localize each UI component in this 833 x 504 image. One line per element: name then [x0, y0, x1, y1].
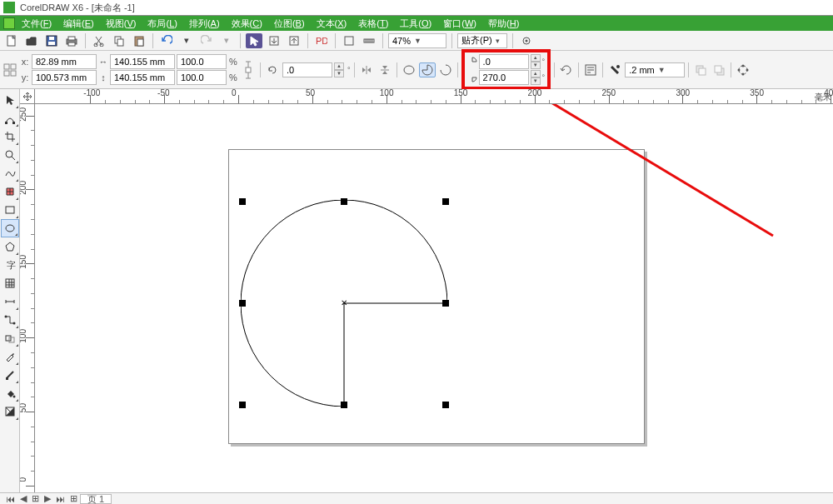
outline-pen-tool[interactable]	[1, 366, 19, 384]
menu-表格[interactable]: 表格(T)	[358, 18, 388, 28]
fill-tool[interactable]	[1, 384, 19, 402]
zoom-value: 47%	[392, 36, 411, 46]
save-icon[interactable]	[43, 33, 60, 48]
menu-效果[interactable]: 效果(C)	[232, 18, 262, 28]
ruler-origin-icon[interactable]	[20, 89, 35, 104]
scale-y-input[interactable]	[181, 72, 222, 82]
end-angle-input[interactable]	[483, 72, 525, 82]
redo-icon[interactable]	[198, 33, 215, 48]
convert-curves-icon[interactable]	[735, 62, 751, 77]
undo-dropdown-icon[interactable]: ▾	[178, 33, 195, 48]
selection-handle[interactable]	[239, 402, 246, 408]
crop-tool[interactable]	[1, 127, 19, 146]
cut-icon[interactable]	[91, 33, 107, 48]
degree-label: °	[542, 73, 546, 82]
eyedropper-tool[interactable]	[1, 347, 19, 366]
import-icon[interactable]	[266, 33, 282, 48]
publish-pdf-icon[interactable]: PDF	[313, 33, 330, 48]
rectangle-tool[interactable]	[1, 201, 19, 219]
undo-icon[interactable]	[158, 33, 175, 48]
freehand-tool[interactable]	[1, 164, 19, 182]
menu-文本[interactable]: 文本(X)	[317, 18, 347, 28]
new-icon[interactable]	[3, 33, 20, 48]
copy-icon[interactable]	[111, 33, 127, 48]
menu-排列[interactable]: 排列(A)	[189, 18, 220, 28]
text-tool[interactable]: 字	[1, 256, 19, 274]
outline-width-dropdown[interactable]: .2 mm▼	[625, 62, 685, 77]
interactive-fill-tool[interactable]	[1, 402, 19, 421]
selection-handle[interactable]	[442, 402, 449, 408]
ruler-vertical[interactable]: 250200150100500	[20, 104, 35, 492]
ellipse-tool[interactable]	[1, 219, 19, 237]
selection-handle[interactable]	[442, 300, 449, 307]
start-angle-spinner[interactable]: ▲▼	[531, 54, 541, 69]
menu-工具[interactable]: 工具(O)	[400, 18, 431, 28]
lock-ratio-icon[interactable]	[240, 62, 257, 77]
snap-dropdown[interactable]: 贴齐(P)▾	[457, 33, 507, 48]
print-icon[interactable]	[63, 33, 80, 48]
full-screen-icon[interactable]	[341, 33, 357, 48]
rotation-input[interactable]	[287, 65, 328, 75]
origin-grid-icon[interactable]	[2, 62, 18, 77]
svg-point-39	[6, 151, 12, 157]
selection-handle[interactable]	[341, 402, 347, 408]
position-fields: x: y:	[20, 54, 97, 85]
menu-编辑[interactable]: 编辑(E)	[63, 18, 94, 28]
table-tool[interactable]	[1, 274, 19, 292]
redo-dropdown-icon[interactable]: ▾	[218, 33, 235, 48]
smart-fill-tool[interactable]	[1, 182, 19, 201]
page-nav-last-icon[interactable]: ⏭	[53, 494, 67, 504]
menu-视图[interactable]: 视图(V)	[106, 18, 137, 28]
mirror-horizontal-icon[interactable]	[358, 62, 375, 77]
to-back-icon[interactable]	[711, 62, 727, 77]
page-tab[interactable]: 页 1	[80, 494, 112, 504]
page-nav-first-icon[interactable]: ⏮	[3, 494, 17, 504]
polygon-tool[interactable]	[1, 237, 19, 256]
open-icon[interactable]	[23, 33, 40, 48]
ellipse-mode-icon[interactable]	[401, 62, 417, 77]
rotation-spinner[interactable]: ▲▼	[334, 62, 344, 77]
dimension-tool[interactable]	[1, 292, 19, 311]
menu-帮助[interactable]: 帮助(H)	[488, 18, 519, 28]
end-angle-spinner[interactable]: ▲▼	[531, 70, 541, 85]
pick-tool-icon[interactable]	[246, 33, 262, 48]
workspace[interactable]: ✕	[35, 104, 833, 492]
wrap-text-icon[interactable]	[582, 62, 599, 77]
menu-文件[interactable]: 文件(F)	[22, 18, 52, 28]
page-add-after-icon[interactable]: ⊞	[67, 493, 80, 504]
show-rulers-icon[interactable]	[361, 33, 377, 48]
page-add-before-icon[interactable]: ⊞	[29, 493, 42, 504]
menu-窗口[interactable]: 窗口(W)	[443, 18, 476, 28]
paste-icon[interactable]	[131, 33, 147, 48]
pick-tool[interactable]	[1, 91, 19, 109]
x-input[interactable]	[36, 57, 92, 67]
percent-label: %	[228, 72, 238, 82]
arc-mode-icon[interactable]	[437, 62, 454, 77]
shape-tool[interactable]	[1, 109, 19, 127]
to-front-icon[interactable]	[692, 62, 709, 77]
width-input[interactable]	[114, 57, 171, 67]
selection-handle[interactable]	[442, 198, 449, 205]
selection-handle[interactable]	[239, 198, 246, 205]
selection-handle[interactable]	[341, 198, 347, 205]
y-input[interactable]	[36, 72, 92, 82]
effects-tool[interactable]	[1, 329, 19, 347]
zoom-tool[interactable]	[1, 146, 19, 164]
selection-handle[interactable]	[239, 300, 246, 307]
selection-center-icon[interactable]: ✕	[340, 299, 348, 307]
pie-mode-icon[interactable]	[419, 62, 436, 77]
menu-布局[interactable]: 布局(L)	[147, 18, 177, 28]
swap-direction-icon[interactable]	[558, 62, 575, 77]
ruler-horizontal[interactable]: 毫米-100-50050100150200250300350400	[35, 89, 833, 104]
mirror-vertical-icon[interactable]	[377, 62, 393, 77]
page-nav-prev-icon[interactable]: ◀	[17, 493, 29, 504]
connector-tool[interactable]	[1, 311, 19, 329]
height-input[interactable]	[114, 72, 171, 82]
scale-x-input[interactable]	[181, 57, 222, 67]
options-icon[interactable]	[518, 33, 535, 48]
menu-位图[interactable]: 位图(B)	[274, 18, 305, 28]
export-icon[interactable]	[286, 33, 302, 48]
start-angle-input[interactable]	[483, 57, 525, 67]
zoom-dropdown[interactable]: 47%▼	[388, 33, 446, 48]
page-nav-next-icon[interactable]: ▶	[42, 493, 53, 504]
